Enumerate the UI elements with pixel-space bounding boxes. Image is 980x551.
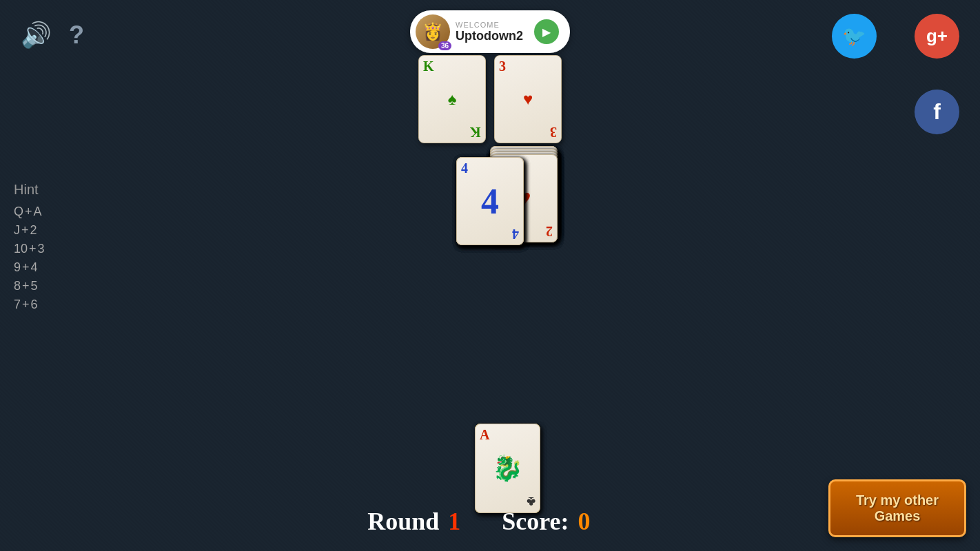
score-display: Score: 0 <box>502 507 590 536</box>
round-label: Round <box>367 508 439 535</box>
welcome-label: WELCOME <box>456 21 523 29</box>
score-value: 0 <box>578 508 591 535</box>
discard-card[interactable]: A 🐉 ♣ <box>475 424 540 513</box>
welcome-text: WELCOME Uptodown2 <box>456 21 523 43</box>
pyramid: K ♠ K 3 ♥ 3 J ♠ J 7 ♥ 7 8 ♥ 8 <box>0 55 980 245</box>
bottom-card-area: ✦ A ♣ A ↺ A 🐉 ♣ <box>475 448 505 489</box>
try-games-button[interactable]: Try my other Games <box>828 479 966 537</box>
card-4-diamond[interactable]: 4 4 4 <box>456 157 524 245</box>
help-button[interactable]: ? <box>69 21 84 50</box>
score-label: Score: <box>502 508 569 535</box>
twitter-button[interactable]: 🐦 <box>832 14 877 59</box>
welcome-badge: 👸 36 WELCOME Uptodown2 <box>410 10 570 53</box>
round-display: Round 1 <box>367 507 460 536</box>
round-score-area: Round 1 Score: 0 <box>367 507 590 536</box>
avatar: 👸 36 <box>416 14 450 49</box>
play-button[interactable] <box>534 19 559 44</box>
gplus-button[interactable]: g+ <box>915 14 959 59</box>
card-3-hearts[interactable]: 3 ♥ 3 <box>494 55 562 143</box>
gplus-icon: g+ <box>926 25 948 47</box>
round-value: 1 <box>448 508 460 535</box>
card-k-spades[interactable]: K ♠ K <box>418 55 486 143</box>
sound-button[interactable]: 🔊 <box>21 21 52 50</box>
pyramid-row-1: K ♠ K 3 ♥ 3 <box>416 55 564 143</box>
pyramid-row-6: 10 10 10 10 10 10 5 5 5 5 5 5 9 9 9 <box>456 157 524 245</box>
username: Uptodown2 <box>456 29 523 43</box>
twitter-icon: 🐦 <box>842 25 866 48</box>
avatar-level: 36 <box>438 41 451 50</box>
